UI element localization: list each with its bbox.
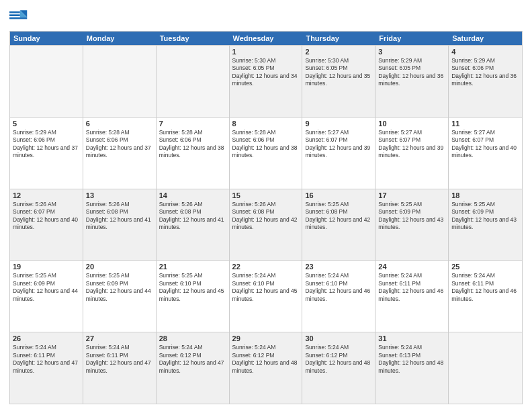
calendar-body: 1Sunrise: 5:30 AMSunset: 6:05 PMDaylight… <box>10 45 522 404</box>
header <box>9 7 523 26</box>
cal-cell-empty <box>157 46 230 117</box>
day-number: 29 <box>232 334 300 342</box>
day-info: Sunrise: 5:25 AMSunset: 6:08 PMDaylight:… <box>305 201 372 232</box>
cal-cell-day-4: 4Sunrise: 5:29 AMSunset: 6:06 PMDaylight… <box>449 46 522 117</box>
day-number: 1 <box>232 48 300 56</box>
cal-cell-day-20: 20Sunrise: 5:25 AMSunset: 6:09 PMDayligh… <box>83 261 157 332</box>
cal-cell-day-31: 31Sunrise: 5:24 AMSunset: 6:13 PMDayligh… <box>375 332 449 404</box>
day-info: Sunrise: 5:26 AMSunset: 6:08 PMDaylight:… <box>232 201 300 232</box>
day-info: Sunrise: 5:25 AMSunset: 6:10 PMDaylight:… <box>159 272 226 303</box>
cal-cell-day-1: 1Sunrise: 5:30 AMSunset: 6:05 PMDaylight… <box>230 46 303 117</box>
day-number: 10 <box>378 120 445 128</box>
cal-cell-day-10: 10Sunrise: 5:27 AMSunset: 6:07 PMDayligh… <box>375 118 449 189</box>
cal-cell-empty <box>449 332 522 404</box>
day-info: Sunrise: 5:25 AMSunset: 6:09 PMDaylight:… <box>378 201 445 232</box>
day-info: Sunrise: 5:24 AMSunset: 6:11 PMDaylight:… <box>86 344 153 375</box>
cal-cell-day-5: 5Sunrise: 5:29 AMSunset: 6:06 PMDaylight… <box>10 118 83 189</box>
day-number: 12 <box>13 191 80 199</box>
svg-rect-4 <box>9 14 20 16</box>
header-day-wednesday: Wednesday <box>230 32 303 45</box>
cal-cell-day-26: 26Sunrise: 5:24 AMSunset: 6:11 PMDayligh… <box>10 332 83 404</box>
day-info: Sunrise: 5:27 AMSunset: 6:07 PMDaylight:… <box>451 129 519 160</box>
header-day-saturday: Saturday <box>449 32 522 45</box>
cal-cell-day-29: 29Sunrise: 5:24 AMSunset: 6:12 PMDayligh… <box>230 332 303 404</box>
day-number: 6 <box>86 120 153 128</box>
day-number: 18 <box>451 191 519 199</box>
cal-cell-day-6: 6Sunrise: 5:28 AMSunset: 6:06 PMDaylight… <box>83 118 157 189</box>
day-info: Sunrise: 5:25 AMSunset: 6:09 PMDaylight:… <box>451 201 519 232</box>
day-number: 23 <box>305 263 372 271</box>
day-info: Sunrise: 5:27 AMSunset: 6:07 PMDaylight:… <box>305 129 372 160</box>
calendar-header: SundayMondayTuesdayWednesdayThursdayFrid… <box>10 32 522 45</box>
cal-cell-day-18: 18Sunrise: 5:25 AMSunset: 6:09 PMDayligh… <box>449 189 522 261</box>
day-number: 27 <box>86 334 153 342</box>
day-number: 21 <box>159 263 226 271</box>
day-number: 3 <box>378 48 445 56</box>
day-info: Sunrise: 5:24 AMSunset: 6:10 PMDaylight:… <box>305 272 372 303</box>
day-info: Sunrise: 5:24 AMSunset: 6:12 PMDaylight:… <box>232 344 300 375</box>
day-number: 25 <box>451 263 519 271</box>
cal-cell-day-13: 13Sunrise: 5:26 AMSunset: 6:08 PMDayligh… <box>83 189 157 261</box>
day-info: Sunrise: 5:24 AMSunset: 6:11 PMDaylight:… <box>13 344 80 375</box>
day-number: 11 <box>451 120 519 128</box>
day-number: 16 <box>305 191 372 199</box>
day-info: Sunrise: 5:24 AMSunset: 6:10 PMDaylight:… <box>232 272 300 303</box>
cal-cell-day-9: 9Sunrise: 5:27 AMSunset: 6:07 PMDaylight… <box>302 118 375 189</box>
cal-cell-day-8: 8Sunrise: 5:28 AMSunset: 6:06 PMDaylight… <box>230 118 303 189</box>
day-info: Sunrise: 5:25 AMSunset: 6:09 PMDaylight:… <box>13 272 80 303</box>
cal-cell-day-23: 23Sunrise: 5:24 AMSunset: 6:10 PMDayligh… <box>302 261 375 332</box>
cal-cell-day-25: 25Sunrise: 5:24 AMSunset: 6:11 PMDayligh… <box>449 261 522 332</box>
svg-rect-3 <box>9 11 20 13</box>
cal-cell-day-28: 28Sunrise: 5:24 AMSunset: 6:12 PMDayligh… <box>157 332 230 404</box>
calendar-week-4: 19Sunrise: 5:25 AMSunset: 6:09 PMDayligh… <box>10 260 522 332</box>
cal-cell-day-11: 11Sunrise: 5:27 AMSunset: 6:07 PMDayligh… <box>449 118 522 189</box>
header-day-tuesday: Tuesday <box>157 32 230 45</box>
cal-cell-day-27: 27Sunrise: 5:24 AMSunset: 6:11 PMDayligh… <box>83 332 157 404</box>
day-info: Sunrise: 5:29 AMSunset: 6:06 PMDaylight:… <box>13 129 80 160</box>
cal-cell-day-16: 16Sunrise: 5:25 AMSunset: 6:08 PMDayligh… <box>302 189 375 261</box>
header-day-sunday: Sunday <box>10 32 83 45</box>
cal-cell-day-2: 2Sunrise: 5:30 AMSunset: 6:05 PMDaylight… <box>302 46 375 117</box>
day-info: Sunrise: 5:27 AMSunset: 6:07 PMDaylight:… <box>378 129 445 160</box>
cal-cell-day-22: 22Sunrise: 5:24 AMSunset: 6:10 PMDayligh… <box>230 261 303 332</box>
calendar-week-1: 1Sunrise: 5:30 AMSunset: 6:05 PMDaylight… <box>10 45 522 117</box>
cal-cell-day-14: 14Sunrise: 5:26 AMSunset: 6:08 PMDayligh… <box>157 189 230 261</box>
cal-cell-day-21: 21Sunrise: 5:25 AMSunset: 6:10 PMDayligh… <box>157 261 230 332</box>
header-day-thursday: Thursday <box>302 32 375 45</box>
day-info: Sunrise: 5:29 AMSunset: 6:06 PMDaylight:… <box>451 57 519 88</box>
day-number: 8 <box>232 120 300 128</box>
day-info: Sunrise: 5:24 AMSunset: 6:11 PMDaylight:… <box>378 272 445 303</box>
day-number: 13 <box>86 191 153 199</box>
cal-cell-empty <box>10 46 83 117</box>
cal-cell-day-3: 3Sunrise: 5:29 AMSunset: 6:05 PMDaylight… <box>375 46 449 117</box>
day-number: 26 <box>13 334 80 342</box>
day-info: Sunrise: 5:25 AMSunset: 6:09 PMDaylight:… <box>86 272 153 303</box>
day-info: Sunrise: 5:26 AMSunset: 6:07 PMDaylight:… <box>13 201 80 232</box>
calendar-week-2: 5Sunrise: 5:29 AMSunset: 6:06 PMDaylight… <box>10 117 522 189</box>
day-info: Sunrise: 5:28 AMSunset: 6:06 PMDaylight:… <box>159 129 226 160</box>
cal-cell-day-19: 19Sunrise: 5:25 AMSunset: 6:09 PMDayligh… <box>10 261 83 332</box>
day-info: Sunrise: 5:30 AMSunset: 6:05 PMDaylight:… <box>305 57 372 88</box>
header-day-monday: Monday <box>83 32 157 45</box>
day-info: Sunrise: 5:24 AMSunset: 6:13 PMDaylight:… <box>378 344 445 375</box>
cal-cell-day-17: 17Sunrise: 5:25 AMSunset: 6:09 PMDayligh… <box>375 189 449 261</box>
day-info: Sunrise: 5:26 AMSunset: 6:08 PMDaylight:… <box>86 201 153 232</box>
day-number: 22 <box>232 263 300 271</box>
day-number: 2 <box>305 48 372 56</box>
day-info: Sunrise: 5:28 AMSunset: 6:06 PMDaylight:… <box>232 129 300 160</box>
day-info: Sunrise: 5:29 AMSunset: 6:05 PMDaylight:… <box>378 57 445 88</box>
cal-cell-empty <box>83 46 157 117</box>
day-number: 17 <box>378 191 445 199</box>
logo-icon <box>9 7 28 26</box>
day-info: Sunrise: 5:26 AMSunset: 6:08 PMDaylight:… <box>159 201 226 232</box>
header-day-friday: Friday <box>375 32 449 45</box>
day-number: 19 <box>13 263 80 271</box>
day-info: Sunrise: 5:24 AMSunset: 6:12 PMDaylight:… <box>305 344 372 375</box>
calendar-week-3: 12Sunrise: 5:26 AMSunset: 6:07 PMDayligh… <box>10 189 522 261</box>
page: SundayMondayTuesdayWednesdayThursdayFrid… <box>0 0 532 411</box>
day-info: Sunrise: 5:24 AMSunset: 6:11 PMDaylight:… <box>451 272 519 303</box>
day-number: 20 <box>86 263 153 271</box>
day-number: 5 <box>13 120 80 128</box>
day-number: 14 <box>159 191 226 199</box>
day-number: 7 <box>159 120 226 128</box>
